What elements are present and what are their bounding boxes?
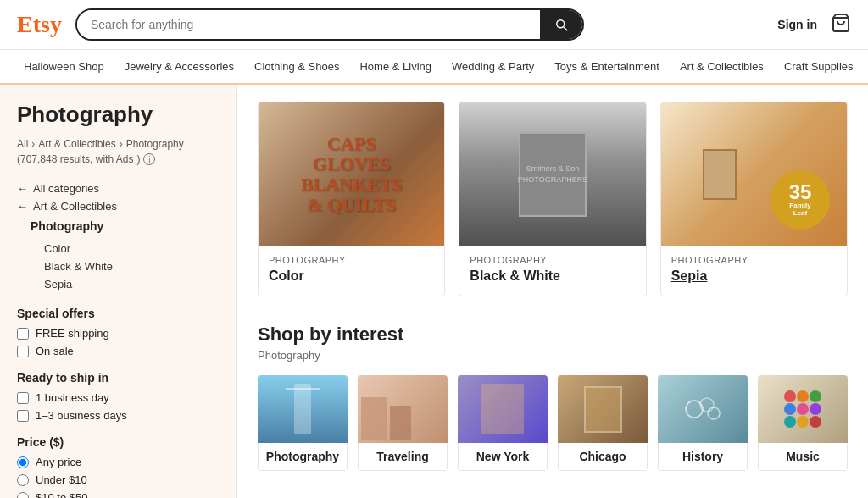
cat-card-sepia-image: 35 FamilyLeaf [661,102,847,246]
ship-1day-checkbox[interactable]: 1 business day [17,391,220,404]
svg-point-5 [708,407,720,419]
interest-traveling-label: Traveling [358,443,448,471]
nav-toys[interactable]: Toys & Entertainment [544,50,670,83]
free-shipping-checkbox[interactable]: FREE shipping [17,327,220,340]
sub-cat-color[interactable]: Color [17,240,220,257]
price-under10-input[interactable] [17,474,29,486]
header-actions: Sign in [777,13,851,37]
interest-photography-label: Photography [258,443,348,471]
svg-rect-2 [286,388,320,390]
shop-by-interest: Shop by interest Photography Photography… [258,324,848,471]
cat-card-color-image: CAPSGLOVESBLANKETS& QUILTS [259,102,444,246]
cat-card-bw-name: Black & White [470,268,635,284]
interest-newyork-image [458,375,548,443]
ready-to-ship-title: Ready to ship in [17,371,220,385]
cat-card-sepia-label: PHOTOGRAPHY [671,255,837,265]
current-category-label: Photography [17,219,220,233]
interest-card-music[interactable]: Music [758,375,848,471]
svg-point-9 [784,403,796,415]
interest-chicago-label: Chicago [558,443,648,471]
price-under10-radio[interactable]: Under $10 [17,473,220,486]
svg-point-7 [797,390,809,402]
breadcrumb-all[interactable]: All [17,138,28,150]
svg-rect-1 [294,384,311,434]
nav-art[interactable]: Art & Collectibles [670,50,774,83]
ship-3days-input[interactable] [17,410,29,422]
shop-by-interest-title: Shop by interest [258,324,848,346]
nav-halloween[interactable]: Halloween Shop [14,50,114,83]
price-filter-title: Price ($) [17,435,220,449]
interest-chicago-image [558,375,648,443]
on-sale-label: On sale [36,345,74,357]
breadcrumb-art[interactable]: Art & Collectibles [38,138,115,150]
on-sale-input[interactable] [17,346,29,357]
sub-cat-sepia[interactable]: Sepia [17,275,220,293]
svg-point-11 [810,403,821,415]
interest-card-history[interactable]: History [658,375,748,471]
cat-card-color-name: Color [269,268,434,284]
nav-craft[interactable]: Craft Supplies [774,50,864,83]
nav-wedding[interactable]: Wedding & Party [442,50,544,83]
svg-point-6 [784,390,796,402]
main-content: Photography All › Art & Collectibles › P… [0,85,868,498]
nav-clothing[interactable]: Clothing & Shoes [244,50,349,83]
info-icon[interactable]: i [143,153,155,165]
interest-photography-image [258,375,348,443]
on-sale-checkbox[interactable]: On sale [17,345,220,357]
nav-home[interactable]: Home & Living [349,50,442,83]
interest-card-chicago[interactable]: Chicago [558,375,648,471]
all-categories-link[interactable]: All categories [17,182,220,195]
sub-cat-bw[interactable]: Black & White [17,257,220,275]
cat-card-bw-image: Smithers & SonPHOTOGRAPHERS [459,102,645,246]
interest-card-traveling[interactable]: Traveling [358,375,448,471]
interest-history-label: History [658,443,748,471]
price-10to50-radio[interactable]: $10 to $50 [17,491,220,498]
interest-cards-row: Photography Traveling New York [258,375,848,471]
main-nav: Halloween Shop Jewelry & Accessories Clo… [0,50,868,85]
ship-3days-checkbox[interactable]: 1–3 business days [17,409,220,422]
interest-newyork-label: New York [458,443,548,471]
cat-card-sepia-name: Sepia [671,268,837,284]
svg-point-13 [797,416,809,428]
svg-point-8 [810,390,821,402]
svg-point-12 [784,416,796,428]
main-panel: CAPSGLOVESBLANKETS& QUILTS PHOTOGRAPHY C… [237,85,868,498]
sign-in-link[interactable]: Sign in [777,18,817,31]
special-offers-title: Special offers [17,307,220,320]
ship-3days-label: 1–3 business days [36,409,127,422]
free-shipping-input[interactable] [17,328,29,340]
shop-by-interest-subtitle: Photography [258,349,848,362]
price-any-input[interactable] [17,456,29,468]
svg-point-10 [797,403,809,415]
search-input[interactable] [77,10,540,39]
sidebar: Photography All › Art & Collectibles › P… [0,85,237,498]
art-collectibles-link[interactable]: Art & Collectibles [17,200,220,213]
cat-card-bw[interactable]: Smithers & SonPHOTOGRAPHERS PHOTOGRAPHY … [459,102,646,296]
price-10to50-input[interactable] [17,492,29,499]
ship-1day-input[interactable] [17,392,29,404]
free-shipping-label: FREE shipping [36,327,109,340]
search-button[interactable] [540,10,582,39]
nav-gifts[interactable]: Gifts & Gift Cards [864,50,868,83]
cat-card-sepia[interactable]: 35 FamilyLeaf PHOTOGRAPHY Sepia [660,102,848,296]
cat-card-color[interactable]: CAPSGLOVESBLANKETS& QUILTS PHOTOGRAPHY C… [258,102,445,296]
svg-point-14 [810,416,821,428]
category-cards-row: CAPSGLOVESBLANKETS& QUILTS PHOTOGRAPHY C… [258,102,848,296]
cat-card-color-label: PHOTOGRAPHY [269,255,434,265]
special-offers-filter: Special offers FREE shipping On sale [17,307,220,357]
results-info: (707,848 results, with Ads ) i [17,153,220,165]
interest-music-image [758,375,848,443]
price-any-radio[interactable]: Any price [17,456,220,468]
interest-card-newyork[interactable]: New York [458,375,548,471]
interest-traveling-image [358,375,448,443]
cat-card-bw-label: PHOTOGRAPHY [470,255,635,265]
interest-history-image [658,375,748,443]
price-any-label: Any price [36,456,81,468]
interest-card-photography[interactable]: Photography [258,375,348,471]
category-nav: All categories Art & Collectibles Photog… [17,182,220,293]
price-filter: Price ($) Any price Under $10 $10 to $50 [17,435,220,498]
nav-jewelry[interactable]: Jewelry & Accessories [114,50,244,83]
page-title: Photography [17,102,220,128]
etsy-logo[interactable]: Etsy [17,11,62,38]
cart-icon[interactable] [831,13,851,37]
